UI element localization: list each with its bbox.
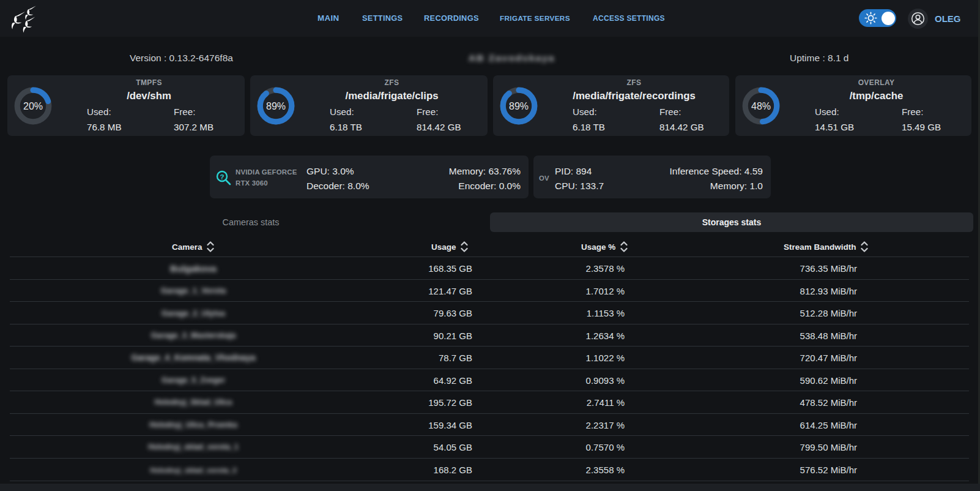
svg-text:?: ? (220, 173, 224, 181)
svg-text:20%: 20% (23, 101, 43, 111)
svg-text:89%: 89% (509, 101, 529, 111)
svg-text:48%: 48% (751, 101, 771, 111)
svg-text:89%: 89% (266, 101, 286, 111)
